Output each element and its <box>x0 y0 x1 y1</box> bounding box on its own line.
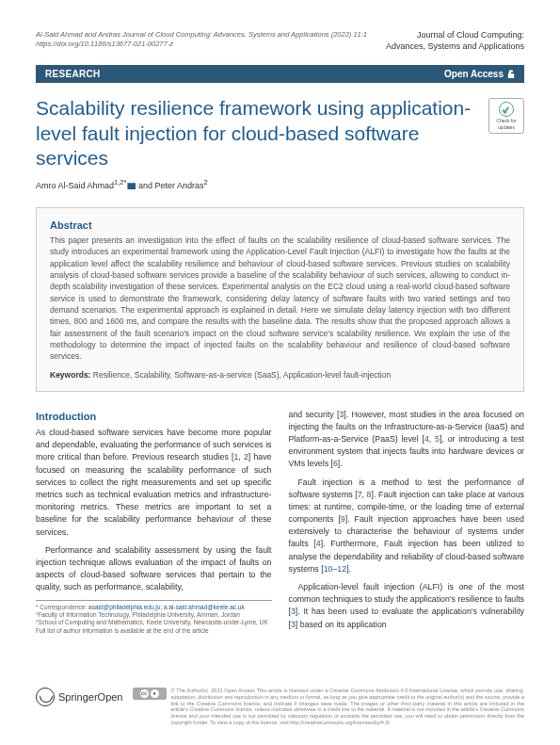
cc-by-badge: cc ● <box>133 688 167 700</box>
abstract-heading: Abstract <box>50 219 510 231</box>
citation-text: Al-Said Ahmad and Andras Journal of Clou… <box>36 30 367 39</box>
open-access-text: Open Access <box>444 69 504 79</box>
crossmark-badge[interactable]: Check for updates <box>488 98 524 134</box>
ref-12[interactable]: 12 <box>337 564 346 574</box>
publisher-name: SpringerOpen <box>58 691 123 703</box>
journal-line1: Journal of Cloud Computing: <box>386 30 524 41</box>
affil-2: ²School of Computing and Mathematics, Ke… <box>36 619 268 625</box>
journal-name: Journal of Cloud Computing: Advances, Sy… <box>386 30 524 52</box>
citation-block: Al-Said Ahmad and Andras Journal of Clou… <box>36 30 386 49</box>
correspondence-block: * Correspondence: asaid@philadelphia.edu… <box>36 600 272 636</box>
license-text: © The Author(s). 2021 Open Access This a… <box>171 688 525 726</box>
journal-line2: Advances, Systems and Applications <box>386 41 524 53</box>
author-1-affil: 1,2* <box>114 178 126 186</box>
intro-p2: Performance and scalability assessment b… <box>36 544 272 594</box>
intro-p1: As cloud-based software services have be… <box>36 427 272 539</box>
author-and: and <box>136 181 154 190</box>
crossmark-line2: updates <box>498 124 515 130</box>
by-icon: ● <box>151 689 159 698</box>
license-block: cc ● © The Author(s). 2021 Open Access T… <box>133 688 525 726</box>
col2-p3: Application-level fault injection (ALFI)… <box>289 581 525 631</box>
affil-1: ¹Faculty of Information Technology, Phil… <box>36 611 240 618</box>
publisher-logo: SpringerOpen <box>36 688 123 706</box>
author-1: Amro Al-Said Ahmad <box>36 181 114 190</box>
col2-p1: and security [3]. However, most studies … <box>289 409 525 471</box>
doi-text: https://doi.org/10.1186/s13677-021-00277… <box>36 40 173 48</box>
author-2: Peter Andras <box>154 181 203 190</box>
keywords-line: Keywords: Resilience, Scalability, Softw… <box>50 370 510 380</box>
ref-10[interactable]: 10 <box>324 564 333 574</box>
col2-p2: Fault injection is a method to test the … <box>289 477 525 576</box>
open-access-label: Open Access <box>444 69 515 79</box>
running-header: Al-Said Ahmad and Andras Journal of Clou… <box>36 30 524 52</box>
body-columns: Introduction As cloud-based software ser… <box>36 409 524 637</box>
corr-email-1[interactable]: asaid@philadelphia.edu.jo <box>88 604 160 610</box>
keywords-text: Resilience, Scalability, Software-as-a-s… <box>90 370 391 380</box>
checkmark-icon <box>499 102 514 117</box>
article-type-banner: RESEARCH Open Access <box>36 65 524 83</box>
abstract-box: Abstract This paper presents an investig… <box>36 207 524 391</box>
crossmark-line1: Check for <box>496 118 516 123</box>
corr-email-2[interactable]: a.al-said.ahmad@keele.ac.uk <box>164 604 245 610</box>
author-list: Amro Al-Said Ahmad1,2* and Peter Andras2 <box>36 178 524 190</box>
page-footer: SpringerOpen cc ● © The Author(s). 2021 … <box>36 688 524 726</box>
research-label: RESEARCH <box>45 69 101 79</box>
affil-note: Full list of author information is avail… <box>36 627 209 634</box>
intro-heading: Introduction <box>36 409 272 425</box>
article-title: Scalability resilience framework using a… <box>36 96 479 170</box>
unlock-icon <box>507 70 515 79</box>
author-2-affil: 2 <box>203 178 207 186</box>
right-column: and security [3]. However, most studies … <box>289 409 525 637</box>
left-column: Introduction As cloud-based software ser… <box>36 409 272 637</box>
abstract-text: This paper presents an investigation int… <box>50 235 510 362</box>
springer-horse-icon <box>36 688 55 706</box>
keywords-label: Keywords: <box>50 370 90 380</box>
cc-icon: cc <box>140 689 149 698</box>
envelope-icon <box>127 183 136 189</box>
